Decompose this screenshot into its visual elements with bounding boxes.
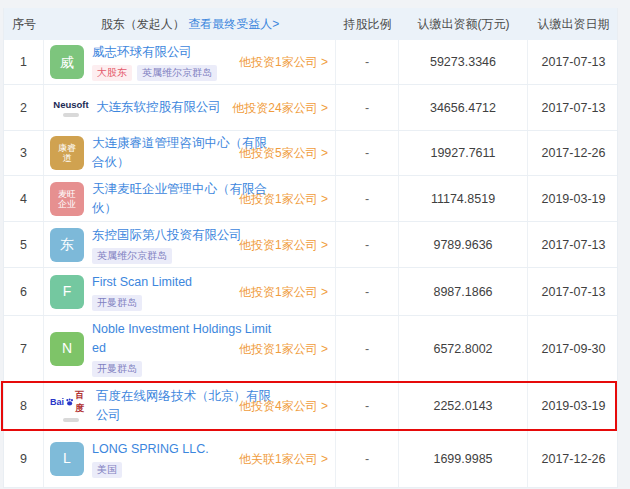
header-amount: 认缴出资额(万元) xyxy=(399,16,528,33)
date-value: 2017-07-13 xyxy=(528,40,619,84)
company-logo-baidu: Bai 百度 xyxy=(50,389,92,422)
header-index: 序号 xyxy=(4,16,44,33)
company-avatar: F xyxy=(50,275,84,309)
region-tag: 英属维尔京群岛 xyxy=(92,248,172,264)
neusoft-logo-text: Neusoft xyxy=(53,99,88,110)
shareholder-name-link[interactable]: 大连东软控股有限公司 xyxy=(96,98,221,117)
related-companies-link[interactable]: 他关联1家公司 > xyxy=(239,450,328,467)
ratio-value: - xyxy=(336,85,399,130)
ratio-value: - xyxy=(336,176,399,221)
amount-value: 6572.8002 xyxy=(399,316,528,381)
table-row: 1 威 威志环球有限公司 大股东 英属维尔京群岛 他投资1家公司 > - 592… xyxy=(4,40,617,85)
header-shareholder-label: 股东（发起人） xyxy=(101,17,185,31)
ratio-value: - xyxy=(336,382,399,429)
date-value: 2017-07-13 xyxy=(528,268,619,315)
date-value: 2019-03-19 xyxy=(528,382,619,429)
amount-value: 11174.8519 xyxy=(399,176,528,221)
date-value: 2017-12-26 xyxy=(528,131,619,175)
table-row-highlighted: 8 Bai 百度 百度在线 xyxy=(4,382,617,430)
shareholder-cell: 麦旺 企业 天津麦旺企业管理中心（有限合伙） 他投资1家公司 > xyxy=(44,176,336,221)
amount-value: 19927.7611 xyxy=(399,131,528,175)
region-tag: 开曼群岛 xyxy=(92,361,142,377)
view-beneficiary-link[interactable]: 查看最终受益人> xyxy=(188,17,279,31)
ratio-value: - xyxy=(336,316,399,381)
table-row: 3 康睿 道 大连康睿道管理咨询中心（有限合伙） 他投资5家公司 > - 199… xyxy=(4,131,617,176)
row-index: 6 xyxy=(4,268,44,315)
amount-value: 1699.9985 xyxy=(399,430,528,487)
invested-companies-link[interactable]: 他投资1家公司 > xyxy=(239,236,328,253)
row-index: 2 xyxy=(4,85,44,130)
shareholder-name-link[interactable]: First Scan Limited xyxy=(92,273,192,292)
table-row: 7 N Noble Investment Holdings Limited 开曼… xyxy=(4,316,617,382)
baidu-logo-text: Bai xyxy=(50,397,64,407)
ratio-value: - xyxy=(336,40,399,84)
shareholder-cell: L LONG SPRING LLC. 美国 他关联1家公司 > xyxy=(44,430,336,487)
shareholder-cell: N Noble Investment Holdings Limited 开曼群岛… xyxy=(44,316,336,381)
row-index: 7 xyxy=(4,316,44,381)
shareholder-cell: 康睿 道 大连康睿道管理咨询中心（有限合伙） 他投资5家公司 > xyxy=(44,131,336,175)
shareholder-name-link[interactable]: 东控国际第八投资有限公司 xyxy=(92,226,242,245)
table-row: 9 L LONG SPRING LLC. 美国 他关联1家公司 > - 1699… xyxy=(4,430,617,488)
region-tag: 英属维尔京群岛 xyxy=(137,65,217,81)
table-row: 6 F First Scan Limited 开曼群岛 他投资1家公司 > - … xyxy=(4,268,617,316)
table-header-row: 序号 股东（发起人） 查看最终受益人> 持股比例 认缴出资额(万元) 认缴出资日… xyxy=(4,8,617,40)
company-avatar: N xyxy=(50,332,84,366)
baidu-logo-cn-text: 百度 xyxy=(75,389,92,415)
table-row: 5 东 东控国际第八投资有限公司 英属维尔京群岛 他投资1家公司 > - 978… xyxy=(4,222,617,268)
invested-companies-link[interactable]: 他投资1家公司 > xyxy=(239,54,328,71)
shareholder-cell: Neusoft 大连东软控股有限公司 他投资24家公司 > xyxy=(44,85,336,130)
date-value: 2019-03-19 xyxy=(528,176,619,221)
amount-value: 2252.0143 xyxy=(399,382,528,429)
invested-companies-link[interactable]: 他投资24家公司 > xyxy=(232,99,328,116)
date-value: 2017-09-30 xyxy=(528,316,619,381)
shareholder-cell: Bai 百度 百度在线网络技术（北京）有限公司 他投资4家公司 > xyxy=(44,382,336,429)
row-index: 9 xyxy=(4,430,44,487)
header-ratio: 持股比例 xyxy=(336,16,399,33)
major-shareholder-tag: 大股东 xyxy=(92,65,132,81)
ratio-value: - xyxy=(336,222,399,267)
company-avatar: 威 xyxy=(50,45,84,79)
paw-icon xyxy=(65,397,74,407)
row-index: 1 xyxy=(4,40,44,84)
company-avatar: L xyxy=(50,442,84,476)
region-tag: 美国 xyxy=(92,462,122,478)
shareholder-cell: F First Scan Limited 开曼群岛 他投资1家公司 > xyxy=(44,268,336,315)
date-value: 2017-07-13 xyxy=(528,85,619,130)
invested-companies-link[interactable]: 他投资1家公司 > xyxy=(239,340,328,357)
table-row: 2 Neusoft 大连东软控股有限公司 他投资24家公司 > - 34656.… xyxy=(4,85,617,131)
ratio-value: - xyxy=(336,430,399,487)
amount-value: 8987.1866 xyxy=(399,268,528,315)
invested-companies-link[interactable]: 他投资4家公司 > xyxy=(239,397,328,414)
logo-caption xyxy=(63,418,79,422)
header-shareholder: 股东（发起人） 查看最终受益人> xyxy=(44,16,336,33)
shareholder-cell: 威 威志环球有限公司 大股东 英属维尔京群岛 他投资1家公司 > xyxy=(44,40,336,84)
date-value: 2017-12-26 xyxy=(528,430,619,487)
amount-value: 9789.9636 xyxy=(399,222,528,267)
row-index: 8 xyxy=(4,382,44,429)
row-index: 3 xyxy=(4,131,44,175)
ratio-value: - xyxy=(336,268,399,315)
shareholders-page: 序号 股东（发起人） 查看最终受益人> 持股比例 认缴出资额(万元) 认缴出资日… xyxy=(0,0,630,489)
amount-value: 34656.4712 xyxy=(399,85,528,130)
invested-companies-link[interactable]: 他投资1家公司 > xyxy=(239,190,328,207)
shareholder-cell: 东 东控国际第八投资有限公司 英属维尔京群岛 他投资1家公司 > xyxy=(44,222,336,267)
shareholder-name-link[interactable]: LONG SPRING LLC. xyxy=(92,440,209,459)
date-value: 2017-07-13 xyxy=(528,222,619,267)
row-index: 4 xyxy=(4,176,44,221)
company-logo-neusoft: Neusoft xyxy=(50,99,92,117)
invested-companies-link[interactable]: 他投资1家公司 > xyxy=(239,283,328,300)
company-avatar: 麦旺 企业 xyxy=(50,182,84,216)
ratio-value: - xyxy=(336,131,399,175)
amount-value: 59273.3346 xyxy=(399,40,528,84)
shareholders-table: 序号 股东（发起人） 查看最终受益人> 持股比例 认缴出资额(万元) 认缴出资日… xyxy=(3,8,618,488)
row-index: 5 xyxy=(4,222,44,267)
invested-companies-link[interactable]: 他投资5家公司 > xyxy=(239,145,328,162)
header-date: 认缴出资日期 xyxy=(528,16,619,33)
company-avatar: 东 xyxy=(50,228,84,262)
shareholder-name-link[interactable]: 威志环球有限公司 xyxy=(92,43,217,62)
company-avatar: 康睿 道 xyxy=(50,136,84,170)
region-tag: 开曼群岛 xyxy=(92,295,142,311)
logo-caption xyxy=(63,113,79,117)
table-row: 4 麦旺 企业 天津麦旺企业管理中心（有限合伙） 他投资1家公司 > - 111… xyxy=(4,176,617,222)
